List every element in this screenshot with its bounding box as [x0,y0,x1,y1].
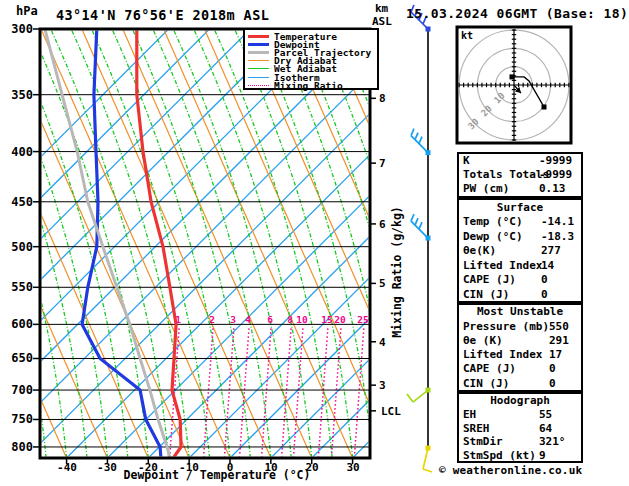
stat-label: CIN (J) [463,288,509,301]
altitude-unit-asl: ASL [372,15,392,28]
mixing-ratio-line-label: 1 [175,314,181,325]
stat-value: 291 [549,334,569,348]
wind-barb [423,446,432,473]
stat-row: StmSpd (kt)9 [459,449,581,463]
temperature-tick-label: -20 [138,461,158,474]
stat-label: Temp (°C) [463,215,523,228]
stat-value: -18.3 [541,230,574,245]
stat-row: CAPE (J)0 [459,273,581,288]
hodograph-level-marker [542,105,547,110]
legend-item: Mixing Ratio [248,81,377,89]
pressure-tick-label: 350 [5,88,33,102]
stat-value: 0 [541,273,548,288]
km-tick-label: 4 [379,336,386,349]
stat-row: θe (K)291 [459,334,581,348]
legend-swatch-dewpoint [248,43,269,46]
mixing-ratio-line-label: 25 [357,314,368,325]
barb-level-dot [426,388,431,393]
stat-row: Lifted Index17 [459,348,581,362]
stat-row: K-9999 [459,154,581,168]
pressure-tick-label: 600 [5,317,33,331]
stat-label: Totals Totals [463,168,549,181]
mixing-ratio-line-label: 15 [321,314,332,325]
mixing-ratio-line-label: 10 [296,314,307,325]
stat-label: θe (K) [463,334,503,347]
stat-row: SREH64 [459,422,581,436]
temperature-tick-label: 0 [227,461,234,474]
stat-value: 55 [539,408,552,422]
barb-feather [423,469,432,472]
stat-row: Temp (°C)-14.1 [459,215,581,230]
station-title: 43°14'N 76°56'E 2018m ASL [56,7,269,23]
hodograph-unit-label: kt [461,30,473,41]
stat-value: 277 [541,244,561,259]
mixing-ratio-line-label: 8 [287,314,293,325]
stat-label: StmDir [463,435,503,448]
pressure-tick-label: 800 [5,440,33,454]
mixing-ratio-line-label: 2 [209,314,215,325]
stat-value: 64 [539,422,552,436]
stat-value: 0.13 [539,182,566,196]
stat-value: 17 [549,348,562,362]
pressure-tick-label: 650 [5,351,33,365]
pressure-tick-label: 450 [5,195,33,209]
legend-swatch-temperature [248,35,269,38]
stat-value: -9999 [539,168,572,182]
barb-feather [415,133,418,140]
copyright: © weatheronline.co.uk [439,464,582,477]
pressure-tick-label: 300 [5,22,33,36]
surface-panel: Surface Temp (°C)-14.1Dewp (°C)-18.3θe(K… [457,198,583,303]
barb-feather [411,214,414,221]
wet-adiabat-lines [0,29,496,458]
barb-feather [411,129,414,136]
datetime-title: 15.03.2024 06GMT (Base: 18) [406,6,628,21]
barb-feather [419,137,422,144]
stat-row: θe(K)277 [459,244,581,259]
mixing-ratio-line-label: 3 [230,314,236,325]
legend-swatch-mixing-ratio [248,85,269,86]
mixing-ratio-line-label: 4 [245,314,251,325]
mixing-ratio-line [224,328,234,458]
altitude-unit-km: km [375,2,388,15]
wet-adiabat-line [316,29,434,458]
isotherm-line [67,29,496,458]
stat-row: Totals Totals-9999 [459,168,581,182]
stat-value: 0 [549,377,556,391]
km-tick-label: 8 [379,92,386,105]
stat-label: Lifted Index [463,348,542,361]
temperature-tick-label: -40 [57,461,77,474]
barb-level-dot [426,236,431,241]
stat-label: StmSpd (kt) [463,449,536,462]
stat-value: 0 [541,288,548,303]
barb-shaft [411,136,428,153]
skewt-sounding-page: hPa 43°14'N 76°56'E 2018m ASL km ASL 15.… [0,0,629,486]
stat-row: CIN (J)0 [459,377,581,391]
stat-label: CAPE (J) [463,273,516,286]
stat-value: 9 [539,449,546,463]
temperature-tick-label: -30 [97,461,117,474]
stat-row: Lifted Index14 [459,259,581,274]
mixing-ratio-line [239,328,249,458]
stat-value: 0 [549,362,556,376]
stat-value: -9999 [539,154,572,168]
stat-row: Dewp (°C)-18.3 [459,230,581,245]
most-unstable-panel-title: Most Unstable [459,305,581,320]
km-tick-label: 3 [379,379,386,392]
legend-label: Mixing Ratio [274,80,343,91]
barb-feather [419,222,422,229]
mixing-ratio-line-label: 6 [267,314,273,325]
pressure-tick-label: 550 [5,280,33,294]
surface-panel-title: Surface [459,200,581,215]
km-tick-label: 6 [379,218,386,231]
stat-row: CIN (J)0 [459,288,581,303]
barb-shaft [423,448,428,469]
barb-feather [415,218,418,225]
hodograph-level-marker [510,74,515,79]
stat-label: Lifted Index [463,259,542,272]
km-tick-label: 5 [379,277,386,290]
stat-value: 321° [539,435,566,449]
stat-row: PW (cm)0.13 [459,182,581,196]
indices-panel: K-9999Totals Totals-9999PW (cm)0.13 [457,152,583,198]
lcl-label: LCL [381,405,401,418]
stat-label: Pressure (mb) [463,320,549,333]
